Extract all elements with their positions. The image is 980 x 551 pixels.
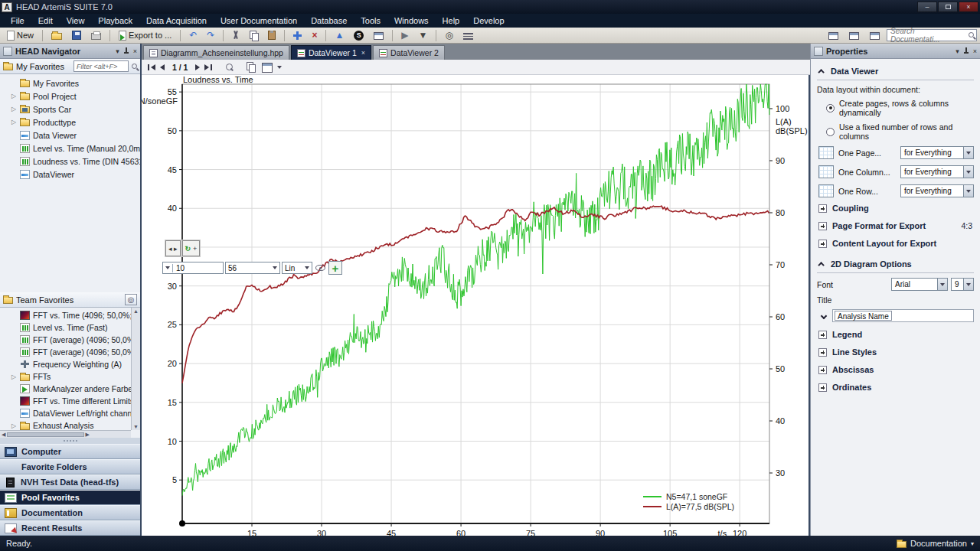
- tree-item[interactable]: FFT vs. Time different Limits (4096;: [11, 395, 131, 407]
- document-tab[interactable]: DataViewer 1 ×: [291, 45, 371, 60]
- toolbar-more-icon[interactable]: [277, 66, 282, 69]
- loudness-vs-time-chart[interactable]: 5101520253035404550553040506070809010015…: [142, 75, 810, 536]
- team-settings-button[interactable]: ◎: [125, 294, 137, 305]
- expander-row[interactable]: Legend: [818, 330, 974, 339]
- tree-item[interactable]: ▷ Producttype: [11, 116, 140, 129]
- tree-item[interactable]: FFT (average) (4096; 50,0%; HAN; A: [11, 346, 131, 358]
- menu-item[interactable]: File: [5, 15, 31, 26]
- export-button[interactable]: Export to ...: [115, 29, 175, 42]
- tree-item[interactable]: FFT vs. Time (4096; 50,0%; HAN): [11, 309, 131, 321]
- tree-item[interactable]: MarkAnalyzer andere Farben: [11, 383, 131, 395]
- expander-row[interactable]: Content Layout for Export: [818, 239, 974, 248]
- play-button[interactable]: ▶: [397, 28, 412, 42]
- last-page-button[interactable]: [204, 64, 212, 70]
- pin-icon[interactable]: [963, 47, 969, 54]
- axis-zoom-buttons[interactable]: ↻+: [182, 240, 201, 256]
- font-size-select[interactable]: 9: [951, 278, 974, 291]
- radio-dynamic-layout[interactable]: Create pages, rows & columns dynamically: [826, 99, 974, 117]
- expand-plus-icon[interactable]: [818, 204, 827, 213]
- menu-item[interactable]: Help: [436, 15, 466, 26]
- panel-menu-icon[interactable]: ▾: [116, 47, 119, 55]
- save-button[interactable]: [68, 29, 85, 41]
- list-button[interactable]: [459, 30, 477, 41]
- menu-item[interactable]: Tools: [354, 15, 387, 26]
- expander-row[interactable]: Coupling: [818, 204, 974, 213]
- expander-row[interactable]: Line Styles: [818, 347, 974, 357]
- tree-item[interactable]: Level vs. Time (Manual 20,0ms; A): [11, 142, 140, 155]
- chevron-down-icon[interactable]: [821, 312, 827, 318]
- menu-item[interactable]: User Documentation: [214, 15, 303, 26]
- tree-item[interactable]: ▷ Sports Car: [11, 103, 140, 116]
- panel-menu-icon[interactable]: ▾: [956, 47, 959, 55]
- print-button[interactable]: [87, 29, 105, 41]
- navigator-section-button[interactable]: Pool Favorites: [0, 490, 140, 505]
- expand-plus-icon[interactable]: [818, 383, 827, 392]
- tree-item[interactable]: My Favorites: [11, 77, 140, 90]
- tree-item[interactable]: ▷ Pool Project: [11, 90, 140, 103]
- first-page-button[interactable]: [148, 64, 155, 70]
- tree-item[interactable]: FFT (average) (4096; 50,0%; HAN): [11, 334, 131, 346]
- tree-item[interactable]: DataViewer: [11, 168, 140, 181]
- pin-icon[interactable]: [123, 47, 129, 54]
- expander-row[interactable]: Ordinates: [818, 383, 974, 392]
- layout-row-select[interactable]: for Everything: [900, 184, 974, 197]
- expand-arrow-icon[interactable]: ▷: [11, 422, 17, 429]
- scroll-left-icon[interactable]: ◀: [2, 432, 5, 438]
- analysis-name-input[interactable]: Analysis Name: [832, 309, 974, 322]
- tree-item[interactable]: Level vs. Time (Fast): [11, 321, 131, 334]
- scroll-up-icon[interactable]: ▲: [133, 308, 139, 314]
- tab-close-icon[interactable]: ×: [361, 49, 365, 57]
- new-button[interactable]: New: [3, 29, 38, 42]
- layout-row-select[interactable]: for Everything: [900, 146, 974, 159]
- documentation-dropdown[interactable]: Documentation ▾: [897, 539, 974, 548]
- radio-unselected-icon[interactable]: [826, 128, 835, 136]
- copy-button[interactable]: [246, 29, 262, 41]
- documentation-search[interactable]: Search Documentati...: [887, 29, 977, 41]
- scrollbar-thumb[interactable]: [7, 432, 83, 437]
- undo-button[interactable]: ↶: [185, 28, 201, 42]
- select-dropdown-button[interactable]: [963, 185, 973, 197]
- menu-item[interactable]: View: [60, 15, 91, 26]
- select-dropdown-button[interactable]: [963, 147, 973, 158]
- window-view-button[interactable]: [370, 29, 387, 41]
- filter-input[interactable]: Filter <alt+F>: [74, 60, 129, 72]
- paste-button[interactable]: [264, 29, 279, 41]
- scale-min-combo[interactable]: 10: [162, 262, 224, 274]
- expander-row[interactable]: Abscissas: [818, 365, 974, 374]
- tree-item[interactable]: Frequency Weighting (A): [11, 358, 131, 370]
- section-2d-diagram-options[interactable]: 2D Diagram Options: [817, 256, 974, 273]
- expand-arrow-icon[interactable]: ▷: [11, 106, 17, 112]
- menu-item[interactable]: Edit: [32, 15, 59, 26]
- zoom-icon[interactable]: [226, 64, 233, 70]
- settings-button[interactable]: ◎: [441, 28, 456, 42]
- maximize-button[interactable]: [938, 2, 958, 12]
- radio-selected-icon[interactable]: [826, 104, 835, 112]
- expand-plus-icon[interactable]: [818, 222, 827, 230]
- expand-plus-icon[interactable]: [818, 348, 827, 357]
- expand-arrow-icon[interactable]: ▷: [11, 93, 17, 99]
- scale-max-combo[interactable]: 56: [225, 262, 280, 274]
- visibility-eye-icon[interactable]: [315, 265, 325, 271]
- layout-one-button[interactable]: [825, 29, 842, 41]
- copy-page-icon[interactable]: [247, 62, 257, 72]
- section-data-viewer[interactable]: Data Viewer: [817, 64, 974, 80]
- menu-item[interactable]: Playback: [92, 15, 139, 26]
- panel-close-icon[interactable]: ×: [133, 47, 137, 55]
- filter-search-icon[interactable]: [132, 64, 137, 69]
- cut-button[interactable]: [228, 29, 243, 41]
- add-axis-button[interactable]: +: [328, 261, 342, 275]
- expand-plus-icon[interactable]: [818, 366, 827, 374]
- tree-item[interactable]: DataViewer Left/right channels: [11, 407, 131, 419]
- expander-row[interactable]: Page Format for Export 4:3: [818, 221, 974, 230]
- document-tab[interactable]: Diagramm_Achseneinstellung.hpp: [143, 45, 289, 60]
- tree-item[interactable]: ▷ Exhaust Analysis: [11, 419, 131, 430]
- panel-splitter[interactable]: [0, 438, 140, 444]
- navigator-section-button[interactable]: Documentation: [0, 505, 140, 520]
- layout-three-button[interactable]: [866, 29, 884, 41]
- font-family-select[interactable]: Arial: [891, 278, 948, 291]
- expand-arrow-icon[interactable]: ▷: [11, 119, 17, 126]
- scroll-down-icon[interactable]: ▼: [133, 424, 139, 429]
- tree-item[interactable]: Loudness vs. Time (DIN 45631 / A1): [11, 155, 140, 168]
- select-dropdown-button[interactable]: [937, 279, 947, 290]
- expand-plus-icon[interactable]: [818, 240, 827, 248]
